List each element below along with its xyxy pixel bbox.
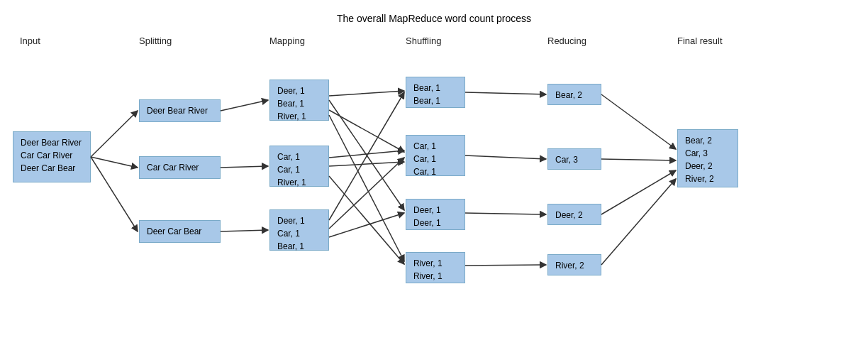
input-box: Deer Bear RiverCar Car RiverDeer Car Bea… [13,131,91,182]
svg-line-11 [329,162,404,166]
diagram-title: The overall MapReduce word count process [0,13,868,24]
svg-line-14 [329,158,404,229]
col-header-shuffling: Shuffling [406,36,441,46]
svg-line-3 [221,100,268,111]
svg-line-21 [601,159,676,160]
svg-line-20 [601,94,676,149]
svg-line-16 [465,92,546,94]
split-box-3: Deer Car Bear [139,220,221,243]
col-header-mapping: Mapping [269,36,305,46]
svg-line-9 [329,115,404,261]
red-box-4: River, 2 [547,254,601,275]
col-header-input: Input [20,36,40,46]
split-box-2: Car Car River [139,156,221,179]
svg-line-2 [91,157,138,231]
red-box-3: Deer, 2 [547,204,601,225]
svg-line-10 [329,151,404,158]
svg-line-19 [465,265,546,266]
svg-line-18 [465,213,546,214]
shuf-box-2: Car, 1Car, 1Car, 1 [406,135,465,176]
diagram-container: The overall MapReduce word count process… [0,0,868,355]
col-header-reducing: Reducing [547,36,586,46]
shuf-box-3: Deer, 1Deer, 1 [406,199,465,230]
svg-line-5 [221,230,268,231]
svg-line-8 [329,100,404,210]
red-box-1: Bear, 2 [547,84,601,105]
split-box-1: Deer Bear River [139,99,221,122]
col-header-final: Final result [677,36,723,46]
final-box: Bear, 2Car, 3Deer, 2River, 2 [677,129,738,187]
map-box-3: Deer, 1Car, 1Bear, 1 [269,209,329,251]
shuf-box-4: River, 1River, 1 [406,252,465,283]
svg-line-7 [329,110,404,152]
svg-line-0 [91,111,138,157]
svg-line-15 [329,213,404,237]
svg-line-13 [329,92,404,220]
shuf-box-1: Bear, 1Bear, 1 [406,77,465,108]
map-box-1: Deer, 1Bear, 1River, 1 [269,80,329,121]
red-box-2: Car, 3 [547,148,601,170]
svg-line-6 [329,91,404,96]
col-header-splitting: Splitting [139,36,172,46]
svg-line-4 [221,166,268,168]
map-box-2: Car, 1Car, 1River, 1 [269,146,329,187]
svg-line-12 [329,176,404,264]
svg-line-1 [91,157,138,168]
svg-line-17 [465,155,546,159]
svg-line-23 [601,179,676,265]
svg-line-22 [601,170,676,214]
